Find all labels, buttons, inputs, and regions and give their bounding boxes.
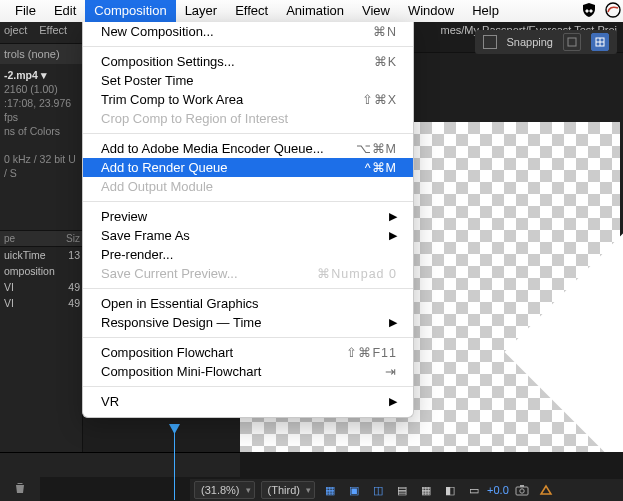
menu-file[interactable]: File bbox=[6, 0, 45, 22]
timeline-playhead[interactable] bbox=[174, 430, 175, 500]
project-row[interactable]: uickTime 13 bbox=[0, 247, 82, 263]
comp-colors: ns of Colors bbox=[4, 125, 60, 137]
zoom-dropdown[interactable]: (31.8%) bbox=[194, 481, 255, 499]
menu-save-frame-as[interactable]: Save Frame As ▶ bbox=[83, 226, 413, 245]
menu-item-label: Trim Comp to Work Area bbox=[101, 92, 243, 107]
menu-pre-render[interactable]: Pre-render... bbox=[83, 245, 413, 264]
menu-item-label: Responsive Design — Time bbox=[101, 315, 261, 330]
menu-composition[interactable]: Composition bbox=[85, 0, 175, 22]
trash-icon[interactable] bbox=[13, 481, 27, 498]
app-menubar: File Edit Composition Layer Effect Anima… bbox=[0, 0, 623, 23]
menu-item-label: Add Output Module bbox=[101, 179, 213, 194]
project-panel: pe Siz uickTime 13 omposition VI 49 VI 4… bbox=[0, 230, 82, 390]
menu-open-essential-graphics[interactable]: Open in Essential Graphics bbox=[83, 294, 413, 313]
tab-effect-controls[interactable]: Effect bbox=[39, 24, 67, 41]
submenu-arrow-icon: ▶ bbox=[389, 229, 397, 242]
comp-duration: :17:08, 23.976 fps bbox=[4, 97, 71, 123]
menu-item-label: Pre-render... bbox=[101, 247, 173, 262]
menu-item-label: Add to Adobe Media Encoder Queue... bbox=[101, 141, 324, 156]
menu-item-label: Save Frame As bbox=[101, 228, 190, 243]
snapshot-icon[interactable] bbox=[513, 482, 531, 498]
menu-view[interactable]: View bbox=[353, 0, 399, 22]
project-cell-type: VI bbox=[0, 295, 60, 311]
menubar-extra-cc-icon[interactable] bbox=[605, 2, 621, 21]
menu-composition-settings[interactable]: Composition Settings... ⌘K bbox=[83, 52, 413, 71]
project-row[interactable]: VI 49 bbox=[0, 279, 82, 295]
grid-and-guides-icon[interactable]: ▤ bbox=[393, 482, 411, 498]
menu-item-label: Set Poster Time bbox=[101, 73, 193, 88]
menu-item-shortcut: ⌘N bbox=[373, 24, 397, 39]
project-cell-type: VI bbox=[0, 279, 60, 295]
menu-add-to-ame[interactable]: Add to Adobe Media Encoder Queue... ⌥⌘M bbox=[83, 139, 413, 158]
fast-previews-icon[interactable] bbox=[537, 482, 555, 498]
menu-effect[interactable]: Effect bbox=[226, 0, 277, 22]
exposure-value[interactable]: +0.0 bbox=[489, 482, 507, 498]
menu-vr[interactable]: VR ▶ bbox=[83, 392, 413, 411]
menu-new-composition[interactable]: New Composition... ⌘N bbox=[83, 22, 413, 41]
project-cell-size bbox=[60, 263, 82, 279]
menu-item-label: Composition Settings... bbox=[101, 54, 235, 69]
composition-menu: New Composition... ⌘N Composition Settin… bbox=[82, 22, 414, 418]
menu-responsive-design[interactable]: Responsive Design — Time ▶ bbox=[83, 313, 413, 332]
submenu-arrow-icon: ▶ bbox=[389, 210, 397, 223]
snapping-checkbox[interactable] bbox=[483, 35, 497, 49]
menu-item-label: Preview bbox=[101, 209, 147, 224]
project-row[interactable]: VI 49 bbox=[0, 295, 82, 311]
menu-item-shortcut: ⇧⌘F11 bbox=[346, 345, 397, 360]
region-of-interest-icon[interactable]: ◫ bbox=[369, 482, 387, 498]
menu-save-current-preview: Save Current Preview... ⌘Numpad 0 bbox=[83, 264, 413, 283]
composition-info: -2.mp4 ▾ 2160 (1.00) :17:08, 23.976 fps … bbox=[0, 64, 82, 184]
menu-help[interactable]: Help bbox=[463, 0, 508, 22]
menu-item-label: Composition Flowchart bbox=[101, 345, 233, 360]
channel-icon[interactable]: ▦ bbox=[417, 482, 435, 498]
resolution-dropdown[interactable]: (Third) bbox=[261, 481, 315, 499]
menu-item-label: Crop Comp to Region of Interest bbox=[101, 111, 288, 126]
svg-rect-5 bbox=[516, 487, 528, 495]
menu-item-shortcut: ⌘Numpad 0 bbox=[317, 266, 397, 281]
menu-animation[interactable]: Animation bbox=[277, 0, 353, 22]
effect-controls-label: trols (none) bbox=[0, 44, 82, 64]
comp-name[interactable]: -2.mp4 ▾ bbox=[4, 69, 47, 81]
tab-project[interactable]: oject bbox=[4, 24, 27, 41]
toggle-mask-icon[interactable]: ▣ bbox=[345, 482, 363, 498]
comp-audio: 0 kHz / 32 bit U / S bbox=[4, 153, 76, 179]
menu-item-shortcut: ⌥⌘M bbox=[356, 141, 397, 156]
menu-composition-flowchart[interactable]: Composition Flowchart ⇧⌘F11 bbox=[83, 343, 413, 362]
menu-preview[interactable]: Preview ▶ bbox=[83, 207, 413, 226]
project-cell-size: 49 bbox=[60, 295, 82, 311]
menu-item-shortcut: ⌘K bbox=[374, 54, 397, 69]
toggle-transparency-grid-icon[interactable]: ▦ bbox=[321, 482, 339, 498]
svg-rect-7 bbox=[520, 485, 524, 487]
menu-item-shortcut: ⇥ bbox=[385, 364, 397, 379]
reset-exposure-icon[interactable]: ◧ bbox=[441, 482, 459, 498]
menu-window[interactable]: Window bbox=[399, 0, 463, 22]
snapping-toolbar: Snapping bbox=[475, 30, 618, 54]
menu-item-label: Add to Render Queue bbox=[101, 160, 227, 175]
menu-layer[interactable]: Layer bbox=[176, 0, 227, 22]
menu-edit[interactable]: Edit bbox=[45, 0, 85, 22]
timeline-ruler[interactable] bbox=[0, 452, 240, 477]
menu-item-label: VR bbox=[101, 394, 119, 409]
project-cell-type: omposition bbox=[0, 263, 60, 279]
menu-set-poster-time[interactable]: Set Poster Time bbox=[83, 71, 413, 90]
project-col-size[interactable]: Siz bbox=[60, 231, 82, 246]
menu-add-to-render-queue[interactable]: Add to Render Queue ^⌘M bbox=[83, 158, 413, 177]
snapping-option-a-icon[interactable] bbox=[563, 33, 581, 51]
svg-rect-1 bbox=[568, 38, 576, 46]
project-col-type[interactable]: pe bbox=[0, 231, 60, 246]
viewer-toolbar: (31.8%) (Third) ▦ ▣ ◫ ▤ ▦ ◧ ▭ +0.0 bbox=[190, 479, 623, 501]
submenu-arrow-icon: ▶ bbox=[389, 316, 397, 329]
menu-trim-comp[interactable]: Trim Comp to Work Area ⇧⌘X bbox=[83, 90, 413, 109]
timecode-button[interactable]: ▭ bbox=[465, 482, 483, 498]
project-row[interactable]: omposition bbox=[0, 263, 82, 279]
menu-item-label: Open in Essential Graphics bbox=[101, 296, 259, 311]
snapping-label: Snapping bbox=[507, 36, 554, 48]
comp-resolution: 2160 (1.00) bbox=[4, 83, 58, 95]
menu-item-label: Composition Mini-Flowchart bbox=[101, 364, 261, 379]
menubar-extra-security-icon[interactable] bbox=[581, 2, 597, 21]
menu-add-output-module: Add Output Module bbox=[83, 177, 413, 196]
menu-composition-mini-flowchart[interactable]: Composition Mini-Flowchart ⇥ bbox=[83, 362, 413, 381]
project-cell-size: 13 bbox=[60, 247, 82, 263]
project-cell-type: uickTime bbox=[0, 247, 60, 263]
snapping-option-b-icon[interactable] bbox=[591, 33, 609, 51]
